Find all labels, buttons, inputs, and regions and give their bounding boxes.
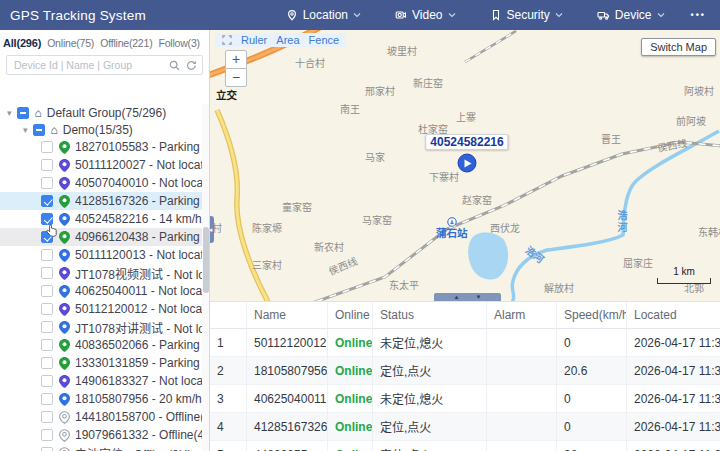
cell-name: 40625040011 bbox=[247, 385, 328, 413]
map-canvas[interactable]: 十合村坡里村新庄窑邢家村阿坡村南王前阿坡上寨杜家窑晋王马家下寨村赵家窑童家窑马家… bbox=[210, 30, 720, 301]
cell-name: 41285167326 bbox=[247, 413, 328, 441]
device-row[interactable]: 18105807956 - 20 km/h bbox=[0, 390, 202, 408]
device-row[interactable]: 41285167326 - Parking bbox=[0, 192, 202, 210]
device-marker-label[interactable]: 40524582216 bbox=[425, 134, 508, 150]
device-label: 50111120013 - Not locate bbox=[75, 248, 202, 262]
device-row[interactable]: 40507040010 - Not locate bbox=[0, 174, 202, 192]
device-checkbox[interactable] bbox=[41, 303, 53, 315]
zoom-out-button[interactable]: − bbox=[225, 68, 247, 87]
sidebar-scrollbar[interactable] bbox=[202, 104, 209, 451]
device-checkbox[interactable] bbox=[41, 195, 53, 207]
expander-icon[interactable]: ▾ bbox=[7, 108, 12, 118]
expander-icon[interactable]: ▾ bbox=[23, 125, 28, 135]
main-body: All(296)Online(75)Offline(221)Follow(3) … bbox=[0, 30, 720, 451]
map-place-label: 邢家村 bbox=[365, 83, 395, 98]
device-checkbox[interactable] bbox=[41, 375, 53, 387]
device-row[interactable]: 50112120012 - Not locate bbox=[0, 300, 202, 318]
cell-speed: 0 bbox=[557, 385, 627, 413]
device-checkbox[interactable] bbox=[41, 339, 53, 351]
device-row[interactable]: JT1078对讲测试 - Not locate bbox=[0, 318, 202, 336]
nav-security[interactable]: Security bbox=[490, 8, 563, 22]
device-row[interactable]: 40625040011 - Not locate bbox=[0, 282, 202, 300]
table-row[interactable]: 441285167326Online定位,点火02026-04-17 11:38… bbox=[210, 413, 720, 441]
device-row[interactable]: 19079661332 - Offline(49M) bbox=[0, 426, 202, 444]
tab-follow[interactable]: Follow(3) bbox=[158, 37, 199, 49]
nav-video[interactable]: Video bbox=[395, 8, 455, 22]
map-pin-icon bbox=[59, 393, 70, 406]
device-label: 144180158700 - Offline(10M) bbox=[75, 410, 202, 424]
table-row[interactable]: 544800055Online定位,点火962026-04-17 11:33:1 bbox=[210, 441, 720, 451]
home-icon: ⌂ bbox=[35, 107, 42, 119]
device-checkbox[interactable] bbox=[41, 393, 53, 405]
device-checkbox[interactable] bbox=[41, 429, 53, 441]
tab-online[interactable]: Online(75) bbox=[47, 37, 94, 49]
device-checkbox[interactable] bbox=[41, 231, 53, 243]
device-checkbox[interactable] bbox=[41, 141, 53, 153]
device-checkbox[interactable] bbox=[41, 213, 53, 225]
nav-label: Location bbox=[303, 8, 348, 22]
zoom-in-button[interactable]: + bbox=[225, 50, 247, 69]
device-checkbox[interactable] bbox=[41, 267, 53, 279]
device-row[interactable]: 50111120013 - Not locate bbox=[0, 246, 202, 264]
search-icon[interactable] bbox=[169, 60, 180, 71]
nav-device[interactable]: Device bbox=[597, 8, 665, 22]
cell-name: 44800055 bbox=[247, 441, 328, 451]
group-checkbox[interactable] bbox=[33, 124, 45, 136]
device-row[interactable]: 13330131859 - Parking bbox=[0, 354, 202, 372]
device-checkbox[interactable] bbox=[41, 447, 53, 451]
map-pin-icon bbox=[59, 285, 70, 298]
gps-tracking-app: GPS Tracking System LocationVideoSecurit… bbox=[0, 0, 720, 451]
station-icon bbox=[447, 217, 457, 227]
more-menu-button[interactable]: ••• bbox=[691, 10, 706, 20]
device-row[interactable]: JT1078视频测试 - Not locate bbox=[0, 264, 202, 282]
refresh-icon[interactable] bbox=[186, 60, 197, 71]
tab-all[interactable]: All(296) bbox=[3, 37, 41, 49]
device-label: 14906183327 - Not locate bbox=[75, 374, 202, 388]
cell-located: 2026-04-17 11:32:3 bbox=[627, 357, 720, 385]
device-row[interactable]: 144180158700 - Offline(10M) bbox=[0, 408, 202, 426]
tab-offline[interactable]: Offline(221) bbox=[100, 37, 152, 49]
fit-screen-icon[interactable] bbox=[222, 35, 232, 45]
tree-group-default[interactable]: ▾ ⌂ Default Group(75/296) bbox=[0, 104, 202, 121]
device-checkbox[interactable] bbox=[41, 411, 53, 423]
device-checkbox[interactable] bbox=[41, 321, 53, 333]
device-row[interactable]: 14906183327 - Not locate bbox=[0, 372, 202, 390]
device-row[interactable]: 40966120438 - Parking bbox=[0, 228, 202, 246]
map-tool-fence[interactable]: Fence bbox=[309, 34, 340, 46]
device-checkbox[interactable] bbox=[41, 249, 53, 261]
group-checkbox[interactable] bbox=[17, 107, 29, 119]
table-row[interactable]: 218105807956Online定位,点火20.62026-04-17 11… bbox=[210, 357, 720, 385]
tree-group-demo[interactable]: ▾ ⌂ Demo(15/35) bbox=[0, 121, 202, 138]
map-tool-ruler[interactable]: Ruler bbox=[241, 34, 267, 46]
cell-located: 2026-04-17 11:38:5 bbox=[627, 329, 720, 357]
device-row[interactable]: 50111120027 - Not locate bbox=[0, 156, 202, 174]
table-collapse-handle[interactable]: ▲ ▼ bbox=[434, 293, 501, 301]
map-tool-area[interactable]: Area bbox=[276, 34, 299, 46]
table-row[interactable]: 150112120012Online未定位,熄火02026-04-17 11:3… bbox=[210, 329, 720, 357]
search-input[interactable] bbox=[12, 58, 163, 72]
switch-map-button[interactable]: Switch Map bbox=[641, 38, 716, 56]
device-search[interactable] bbox=[6, 55, 203, 75]
device-marker-icon[interactable] bbox=[458, 154, 477, 173]
device-checkbox[interactable] bbox=[41, 285, 53, 297]
cell-status: 定位,点火 bbox=[373, 357, 487, 385]
map-pin-icon bbox=[59, 321, 70, 334]
map-pin-icon bbox=[59, 357, 70, 370]
device-row[interactable]: 18270105583 - Parking bbox=[0, 138, 202, 156]
map-pin-icon bbox=[59, 213, 70, 226]
table-row[interactable]: 340625040011Online未定位,熄火02026-04-17 11:3… bbox=[210, 385, 720, 413]
device-label: JT1078视频测试 - Not locate bbox=[75, 265, 202, 282]
sidebar-collapse-handle[interactable]: ◂ bbox=[210, 216, 214, 243]
nav-location[interactable]: Location bbox=[286, 8, 361, 22]
chevron-down-icon bbox=[448, 12, 456, 18]
cell-num: 2 bbox=[210, 357, 247, 385]
device-row[interactable]: 电池定位 - Offline(3H) bbox=[0, 444, 202, 451]
nav-label: Device bbox=[615, 8, 652, 22]
device-checkbox[interactable] bbox=[41, 177, 53, 189]
device-row[interactable]: 40836502066 - Parking bbox=[0, 336, 202, 354]
scrollbar-thumb[interactable] bbox=[203, 227, 209, 293]
device-checkbox[interactable] bbox=[41, 159, 53, 171]
cell-speed: 0 bbox=[557, 413, 627, 441]
device-checkbox[interactable] bbox=[41, 357, 53, 369]
device-row[interactable]: 40524582216 - 14 km/h bbox=[0, 210, 202, 228]
